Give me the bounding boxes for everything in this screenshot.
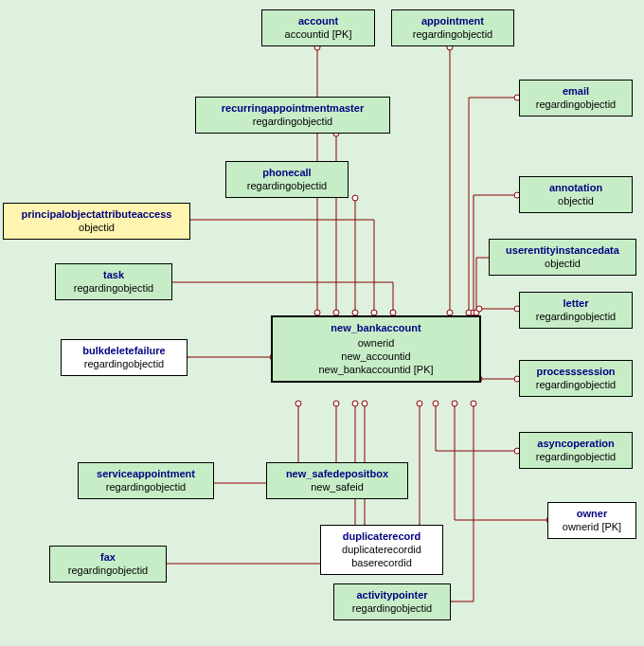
entity-attr: new_bankaccountid [PK] [278, 363, 474, 376]
entity-serviceappointment: serviceappointment regardingobjectid [78, 462, 214, 499]
entity-title: email [526, 84, 626, 98]
entity-attr: regardingobjectid [62, 281, 166, 295]
entity-title: appointment [398, 14, 508, 27]
entity-attr: ownerid [PK] [554, 520, 630, 533]
entity-principalobjectattributeaccess: principalobjectattributeaccess objectid [3, 203, 190, 240]
svg-point-16 [417, 401, 422, 406]
entity-attr: objectid [495, 257, 630, 270]
entity-attr: objectid [9, 221, 184, 234]
entity-recurringappointmentmaster: recurringappointmentmaster regardingobje… [195, 97, 390, 134]
entity-task: task regardingobjectid [55, 263, 172, 300]
svg-point-12 [295, 401, 301, 406]
entity-processsession: processsession regardingobjectid [519, 360, 633, 397]
entity-attr: regardingobjectid [202, 115, 384, 128]
entity-title: userentityinstancedata [495, 243, 630, 257]
svg-point-19 [471, 401, 476, 406]
entity-userentityinstancedata: userentityinstancedata objectid [489, 239, 636, 276]
entity-letter: letter regardingobjectid [519, 292, 633, 329]
entity-title: processsession [526, 365, 626, 378]
entity-attr: new_safeid [273, 480, 402, 493]
entity-attr: regardingobjectid [56, 564, 160, 577]
entity-bulkdeletefailure: bulkdeletefailure regardingobjectid [61, 339, 188, 376]
entity-attr: new_accountid [278, 350, 474, 363]
entity-attr: objectid [526, 194, 626, 207]
entity-title: serviceappointment [84, 467, 207, 480]
svg-point-17 [433, 401, 438, 406]
entity-attr: duplicaterecordid [327, 543, 437, 556]
entity-attr: regardingobjectid [340, 601, 444, 615]
entity-new-bankaccount: new_bankaccount ownerid new_accountid ne… [271, 315, 481, 383]
entity-title: fax [56, 550, 160, 564]
svg-point-9 [476, 306, 482, 312]
entity-title: bulkdeletefailure [67, 344, 181, 357]
entity-attr: regardingobjectid [526, 450, 626, 463]
entity-title: owner [554, 507, 630, 520]
entity-title: letter [526, 296, 626, 310]
entity-fax: fax regardingobjectid [49, 546, 167, 583]
entity-duplicaterecord: duplicaterecord duplicaterecordid basere… [320, 525, 443, 575]
svg-point-15 [362, 401, 367, 406]
svg-point-13 [333, 401, 339, 406]
entity-account: account accountid [PK] [261, 9, 375, 46]
entity-title: activitypointer [340, 588, 444, 601]
entity-annotation: annotation objectid [519, 176, 633, 213]
entity-attr: ownerid [278, 336, 474, 350]
entity-attr: regardingobjectid [526, 98, 626, 111]
entity-attr: regardingobjectid [526, 310, 626, 323]
entity-attr: regardingobjectid [526, 378, 626, 391]
svg-point-18 [452, 401, 457, 406]
entity-title: duplicaterecord [327, 529, 437, 543]
entity-title: annotation [526, 181, 626, 194]
entity-email: email regardingobjectid [519, 80, 633, 117]
entity-owner: owner ownerid [PK] [547, 502, 636, 539]
entity-title: recurringappointmentmaster [202, 101, 384, 115]
entity-title: new_safedepositbox [273, 467, 402, 480]
entity-appointment: appointment regardingobjectid [391, 9, 514, 46]
entity-attr: accountid [PK] [268, 27, 368, 41]
entity-attr: regardingobjectid [398, 27, 508, 41]
svg-point-14 [352, 401, 358, 406]
entity-title: phonecall [232, 166, 342, 179]
entity-attr: regardingobjectid [84, 480, 207, 493]
entity-title: account [268, 14, 368, 27]
entity-phonecall: phonecall regardingobjectid [225, 161, 349, 198]
entity-attr: regardingobjectid [232, 179, 342, 192]
entity-title: task [62, 268, 166, 281]
entity-attr: regardingobjectid [67, 357, 181, 370]
entity-title: asyncoperation [526, 437, 626, 450]
entity-asyncoperation: asyncoperation regardingobjectid [519, 432, 633, 469]
entity-title: principalobjectattributeaccess [9, 207, 184, 221]
svg-point-29 [352, 195, 358, 201]
entity-new-safedepositbox: new_safedepositbox new_safeid [266, 462, 408, 499]
entity-title: new_bankaccount [278, 321, 474, 334]
entity-activitypointer: activitypointer regardingobjectid [333, 583, 451, 620]
entity-attr: baserecordid [327, 556, 437, 569]
